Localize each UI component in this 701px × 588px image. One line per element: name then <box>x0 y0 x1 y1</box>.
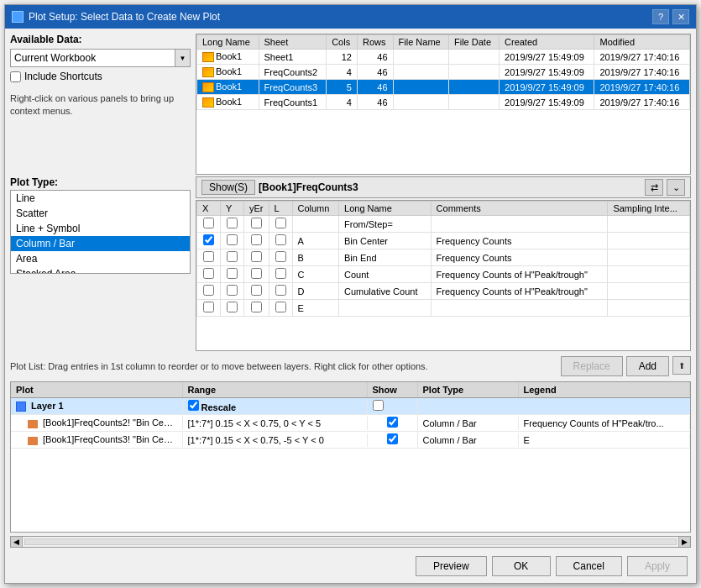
plot-list-body[interactable]: Layer 1 Rescale [Book1]FreqCounts2! "Bin… <box>10 397 691 533</box>
hint-text: Right-click on various panels to bring u… <box>10 92 191 118</box>
show-button[interactable]: Show(S) <box>201 180 255 195</box>
col-header-cols: Cols <box>327 35 358 50</box>
include-shortcuts-checkbox[interactable] <box>10 71 21 82</box>
workbook-dropdown[interactable]: Current Workbook ▼ <box>10 49 191 67</box>
col-comments-cell: Frequency Counts <box>431 233 608 249</box>
apply-button[interactable]: Apply <box>627 556 688 576</box>
col-longname-cell: From/Step= <box>339 216 432 233</box>
title-bar: Plot Setup: Select Data to Create New Pl… <box>5 5 696 29</box>
col-comments-cell: Frequency Counts <box>431 249 608 266</box>
ok-button[interactable]: OK <box>492 556 551 576</box>
plot-row[interactable]: [Book1]FreqCounts2! "Bin Center"(X), "Co… <box>11 415 690 432</box>
col-checkbox[interactable] <box>251 268 262 279</box>
col-checkbox[interactable] <box>227 285 238 296</box>
bottom-scrollbar[interactable]: ◀ ▶ <box>10 536 691 548</box>
plot-type-item[interactable]: Area <box>11 251 190 266</box>
plot-show-checkbox[interactable] <box>387 433 398 444</box>
rescale-checkbox[interactable] <box>188 400 199 411</box>
col-checkbox[interactable] <box>275 251 286 262</box>
col-name: B <box>292 249 339 266</box>
swap-icon[interactable]: ⇄ <box>645 179 663 196</box>
plot-list-expand-icon[interactable]: ⬆ <box>672 356 691 375</box>
col-header-created: Created <box>500 35 594 50</box>
table-row[interactable]: Book1 FreqCounts2 4 46 2019/9/27 15:49:0… <box>197 65 690 80</box>
col-checkbox[interactable] <box>203 285 214 296</box>
col-name: A <box>292 233 339 249</box>
col-header-longname: Long Name <box>197 35 259 50</box>
col-checkbox[interactable] <box>275 285 286 296</box>
plot-show-cell <box>368 415 418 431</box>
data-table: Long Name Sheet Cols Rows File Name File… <box>196 34 690 110</box>
help-button[interactable]: ? <box>652 9 669 24</box>
dropdown-arrow-icon: ▼ <box>175 50 190 66</box>
col-checkbox[interactable] <box>275 218 286 228</box>
hint-bar: Plot List: Drag entries in 1st column to… <box>10 354 691 378</box>
plot-type-item[interactable]: Scatter <box>11 206 190 221</box>
col-x: X <box>197 202 221 216</box>
col-checkbox[interactable] <box>203 302 214 312</box>
col-checkbox[interactable] <box>203 268 214 279</box>
book-icon <box>202 82 214 92</box>
col-checkbox[interactable] <box>251 251 262 262</box>
layer-icon <box>16 402 26 412</box>
legend-cell: E <box>519 433 691 447</box>
col-sampling-cell <box>608 216 690 233</box>
plot-type-cell <box>418 405 519 408</box>
col-checkbox[interactable] <box>275 234 286 245</box>
col-checkbox[interactable] <box>275 302 286 312</box>
table-row[interactable]: Book1 FreqCounts1 4 46 2019/9/27 15:49:0… <box>197 95 690 110</box>
columns-table-container[interactable]: X Y yEr L Column Long Name Comments Samp… <box>196 200 691 351</box>
book-icon <box>202 97 214 108</box>
plot-type-item[interactable]: Line <box>11 191 190 206</box>
plot-type-item[interactable]: Column / Bar <box>11 236 190 251</box>
scroll-track[interactable] <box>24 538 677 545</box>
close-button[interactable]: ✕ <box>672 9 689 24</box>
col-checkbox[interactable] <box>227 218 238 228</box>
plot-type-list[interactable]: LineScatterLine + SymbolColumn / BarArea… <box>10 190 191 274</box>
plot-row[interactable]: [Book1]FreqCounts3! "Bin Center"(X), E(Y… <box>11 432 690 449</box>
col-checkbox[interactable] <box>275 268 286 279</box>
add-button[interactable]: Add <box>626 356 669 376</box>
plot-list-section: Plot Range Show Plot Type Legend Layer 1… <box>10 381 691 533</box>
columns-row: B Bin End Frequency Counts <box>197 249 690 266</box>
col-checkbox[interactable] <box>203 218 214 228</box>
left-panel: Available Data: Current Workbook ▼ Inclu… <box>10 34 191 175</box>
col-checkbox[interactable] <box>227 302 238 312</box>
col-header-rows: Rows <box>357 35 393 50</box>
rescale-cell: Rescale <box>183 398 368 414</box>
table-row[interactable]: Book1 FreqCounts3 5 46 2019/9/27 15:49:0… <box>197 80 690 95</box>
plot-label: [Book1]FreqCounts3! "Bin Center"(X), E(Y… <box>11 433 183 446</box>
col-sampling-cell <box>608 249 690 266</box>
replace-button[interactable]: Replace <box>561 356 623 376</box>
col-header-filename: File Name <box>393 35 448 50</box>
data-table-container[interactable]: Long Name Sheet Cols Rows File Name File… <box>196 34 691 175</box>
col-checkbox[interactable] <box>227 251 238 262</box>
col-checkbox[interactable] <box>251 302 262 312</box>
available-data-label: Available Data: <box>10 34 191 45</box>
cancel-button[interactable]: Cancel <box>556 556 622 576</box>
plot-type-item[interactable]: Stacked Area <box>11 266 190 274</box>
col-longname: Long Name <box>339 202 432 216</box>
col-checkbox[interactable] <box>251 285 262 296</box>
col-comments-cell <box>431 300 608 317</box>
col-yer: yEr <box>244 202 269 216</box>
plot-list-header: Plot Range Show Plot Type Legend <box>10 381 691 397</box>
layer-show-cell <box>368 398 418 414</box>
layer-row[interactable]: Layer 1 Rescale <box>11 398 690 415</box>
range-cell: [1*:7*] 0.15 < X < 0.75, 0 < Y < 5 <box>183 417 368 430</box>
plot-type-item[interactable]: Line + Symbol <box>11 221 190 236</box>
col-checkbox[interactable] <box>203 234 214 245</box>
col-checkbox[interactable] <box>251 218 262 228</box>
layer-show-checkbox[interactable] <box>373 400 384 411</box>
expand-icon[interactable]: ⌄ <box>667 179 685 196</box>
col-comments-cell: Frequency Counts of H"Peak/trough" <box>431 266 608 283</box>
col-checkbox[interactable] <box>251 234 262 245</box>
col-checkbox[interactable] <box>227 234 238 245</box>
col-checkbox[interactable] <box>227 268 238 279</box>
table-row[interactable]: Book1 Sheet1 12 46 2019/9/27 15:49:09 20… <box>197 50 690 65</box>
col-longname-cell <box>339 300 432 317</box>
plot-label: [Book1]FreqCounts2! "Bin Center"(X), "Co… <box>11 416 183 429</box>
col-checkbox[interactable] <box>203 251 214 262</box>
plot-show-checkbox[interactable] <box>387 417 398 428</box>
preview-button[interactable]: Preview <box>416 556 487 576</box>
